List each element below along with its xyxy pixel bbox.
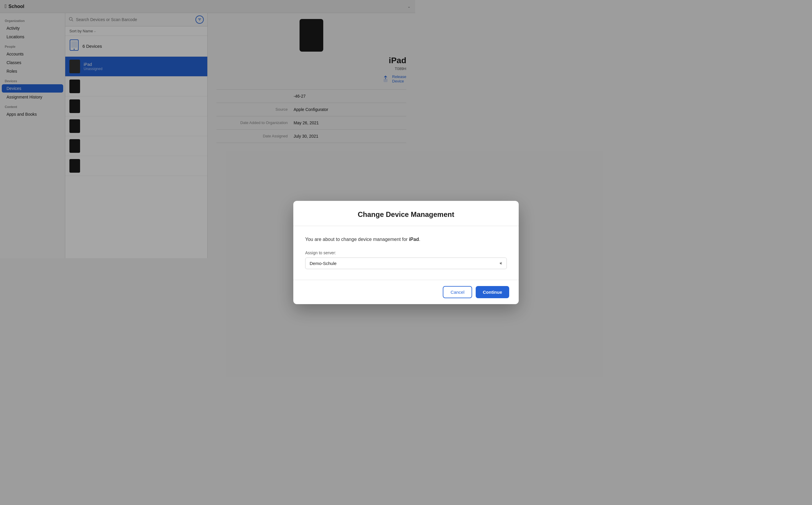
modal-title: Change Device Management	[305, 210, 415, 219]
modal-field-label: Assign to server:	[305, 250, 415, 255]
server-select[interactable]: Demo-Schule	[305, 258, 415, 258]
modal-overlay[interactable]: Change Device Management You are about t…	[0, 0, 415, 258]
modal-dialog: Change Device Management You are about t…	[293, 201, 415, 258]
modal-header: Change Device Management	[293, 201, 415, 226]
modal-body: You are about to change device managemen…	[293, 226, 415, 258]
server-select-wrapper: Demo-Schule ⇳	[305, 258, 415, 258]
modal-description: You are about to change device managemen…	[305, 237, 415, 242]
modal-device-name-bold: iPad	[409, 237, 415, 242]
